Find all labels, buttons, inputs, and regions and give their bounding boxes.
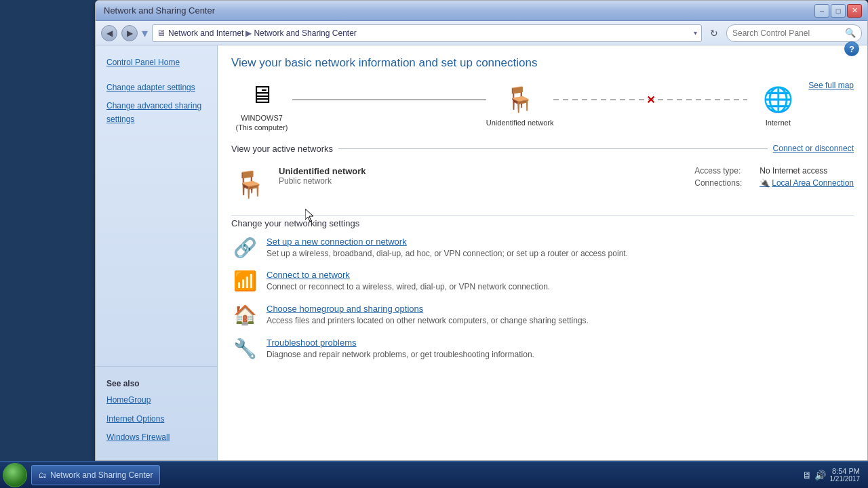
- forward-button[interactable]: ▶: [121, 25, 138, 41]
- taskbar-app-label: Network and Sharing Center: [50, 470, 153, 480]
- computer-icon: 🖥: [250, 81, 274, 109]
- maximize-button[interactable]: □: [831, 4, 846, 18]
- new-connection-link[interactable]: Set up a new connection or network: [267, 237, 854, 247]
- connect-network-desc: Connect or reconnect to a wireless, wire…: [267, 281, 854, 293]
- sidebar-item-control-panel-home[interactable]: Control Panel Home: [96, 54, 217, 72]
- breadcrumb-current[interactable]: Network and Sharing Center: [254, 28, 356, 38]
- network-details: Access type: No Internet access Connecti…: [694, 166, 854, 203]
- search-box[interactable]: 🔍: [726, 24, 862, 42]
- volume-tray-icon: 🔊: [814, 470, 826, 481]
- network-node: 🪑 Unidentified network: [486, 85, 554, 127]
- see-also-label: See also: [96, 372, 217, 391]
- search-input[interactable]: [732, 28, 842, 38]
- breadcrumb-root[interactable]: Network and Internet: [168, 28, 243, 38]
- broken-line: ✕: [553, 99, 747, 100]
- close-button[interactable]: ✕: [847, 4, 862, 18]
- see-full-map-link[interactable]: See full map: [808, 81, 854, 90]
- taskbar: 🗂 Network and Sharing Center 🖥 🔊 8:54 PM…: [0, 461, 868, 488]
- connections-row: Connections: 🔌 Local Area Connection: [694, 178, 854, 188]
- breadcrumb: Network and Internet ▶ Network and Shari…: [168, 28, 357, 38]
- connection-icon: 🔌: [760, 178, 770, 188]
- network-diagram: 🖥 WINDOWS7(This computer) 🪑 Unidentified…: [231, 81, 854, 133]
- active-networks-divider: View your active networks Connect or dis…: [231, 144, 854, 154]
- troubleshoot-text: Troubleshoot problems Diagnose and repai…: [267, 338, 854, 361]
- network-detail-rows: Access type: No Internet access Connecti…: [694, 166, 854, 203]
- back-button[interactable]: ◀: [101, 25, 117, 41]
- change-settings-label: Change your networking settings: [231, 215, 854, 228]
- access-type-row: Access type: No Internet access: [694, 166, 854, 176]
- connections-link[interactable]: 🔌 Local Area Connection: [760, 178, 854, 188]
- help-button[interactable]: ?: [844, 45, 859, 56]
- homegroup-text: Choose homegroup and sharing options Acc…: [267, 304, 854, 327]
- troubleshoot-link[interactable]: Troubleshoot problems: [267, 338, 854, 348]
- setting-connect-network: 📶 Connect to a network Connect or reconn…: [231, 270, 854, 293]
- sidebar-item-change-adapter[interactable]: Change adapter settings: [96, 79, 217, 97]
- network-icon: 🪑: [505, 85, 535, 114]
- new-connection-icon: 🔗: [231, 237, 258, 259]
- sidebar-item-internet-options[interactable]: Internet Options: [96, 410, 217, 428]
- sidebar-item-windows-firewall[interactable]: Windows Firewall: [96, 428, 217, 447]
- start-button[interactable]: [3, 463, 27, 487]
- system-tray: 🖥 🔊 8:54 PM 1/21/2017: [802, 467, 866, 483]
- internet-node: 🌐 Internet: [747, 85, 808, 127]
- unidentified-network-card: 🪑 Unidentified network Public network Ac…: [231, 159, 854, 209]
- address-bar[interactable]: 🖥 Network and Internet ▶ Network and Sha…: [152, 24, 702, 42]
- computer-label: WINDOWS7(This computer): [235, 113, 288, 133]
- troubleshoot-desc: Diagnose and repair network problems, or…: [267, 349, 854, 361]
- divider-line-1: [338, 148, 768, 149]
- network-label: Unidentified network: [486, 118, 554, 127]
- taskbar-app-icon: 🗂: [39, 470, 47, 480]
- tray-icons: 🖥 🔊: [802, 470, 826, 481]
- minimize-button[interactable]: –: [814, 4, 829, 18]
- connect-network-link[interactable]: Connect to a network: [267, 270, 854, 280]
- clock: 8:54 PM 1/21/2017: [830, 467, 861, 483]
- breadcrumb-sep-1: ▶: [245, 28, 252, 38]
- taskbar-date: 1/21/2017: [830, 475, 861, 483]
- connections-label: Connections:: [694, 178, 755, 188]
- taskbar-apps: 🗂 Network and Sharing Center: [31, 465, 802, 485]
- address-icon: 🖥: [157, 28, 165, 38]
- taskbar-time: 8:54 PM: [832, 467, 860, 475]
- connect-network-text: Connect to a network Connect or reconnec…: [267, 270, 854, 293]
- sidebar-item-homegroup[interactable]: HomeGroup: [96, 391, 217, 409]
- main-window: Network and Sharing Center – □ ✕ ◀ ▶ ▾ 🖥…: [95, 0, 868, 461]
- new-connection-desc: Set up a wireless, broadband, dial-up, a…: [267, 248, 854, 260]
- network-card-icon-box: 🪑: [231, 166, 268, 203]
- access-type-label: Access type:: [694, 166, 755, 176]
- connect-network-icon: 📶: [231, 270, 258, 292]
- x-icon: ✕: [646, 94, 655, 106]
- window-title: Network and Sharing Center: [104, 5, 215, 16]
- homegroup-icon: 🏠: [231, 304, 258, 326]
- setting-new-connection: 🔗 Set up a new connection or network Set…: [231, 237, 854, 260]
- sidebar: Control Panel Home Change adapter settin…: [96, 45, 218, 460]
- network-name: Unidentified network: [279, 166, 684, 176]
- setting-homegroup: 🏠 Choose homegroup and sharing options A…: [231, 304, 854, 327]
- content-area: ? View your basic network information an…: [218, 45, 867, 460]
- main-area: Control Panel Home Change adapter settin…: [96, 45, 867, 460]
- new-connection-text: Set up a new connection or network Set u…: [267, 237, 854, 260]
- address-dropdown-button[interactable]: ▾: [694, 29, 697, 37]
- network-card-info: Unidentified network Public network: [279, 166, 684, 203]
- connect-disconnect-link[interactable]: Connect or disconnect: [773, 144, 854, 153]
- see-also-section: See also HomeGroup Internet Options Wind…: [96, 366, 217, 452]
- troubleshoot-icon: 🔧: [231, 338, 258, 360]
- refresh-button[interactable]: ↻: [706, 25, 722, 41]
- computer-node: 🖥 WINDOWS7(This computer): [231, 81, 292, 133]
- network-type: Public network: [279, 176, 684, 186]
- window-controls: – □ ✕: [814, 4, 862, 18]
- active-networks-label: View your active networks: [231, 144, 333, 154]
- network-tray-icon: 🖥: [802, 470, 812, 481]
- line-1: [292, 99, 486, 100]
- recent-pages-button[interactable]: ▾: [142, 26, 148, 41]
- title-bar: Network and Sharing Center – □ ✕: [96, 1, 867, 21]
- search-icon[interactable]: 🔍: [845, 28, 856, 38]
- internet-icon: 🌐: [763, 85, 793, 114]
- taskbar-app-control-panel[interactable]: 🗂 Network and Sharing Center: [31, 465, 160, 485]
- homegroup-link[interactable]: Choose homegroup and sharing options: [267, 304, 854, 314]
- setting-troubleshoot: 🔧 Troubleshoot problems Diagnose and rep…: [231, 338, 854, 361]
- sidebar-item-change-advanced[interactable]: Change advanced sharing settings: [96, 97, 217, 128]
- network-card-icon: 🪑: [234, 169, 266, 199]
- nav-bar: ◀ ▶ ▾ 🖥 Network and Internet ▶ Network a…: [96, 21, 867, 45]
- internet-label: Internet: [766, 118, 791, 127]
- page-title: View your basic network information and …: [231, 56, 854, 70]
